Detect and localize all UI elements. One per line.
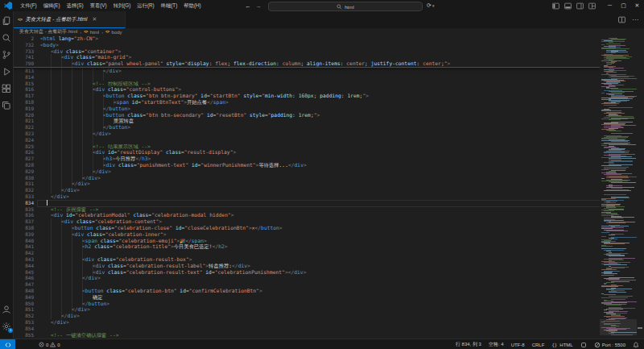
code-line[interactable]: 821重置转盘 [13,118,637,124]
code-line[interactable]: 825<!-- 结果展示区域 --> [13,143,637,150]
code-line[interactable]: 822</button> [13,124,637,131]
files-icon[interactable] [2,16,11,26]
minimap-line [604,190,631,191]
launch-config-button[interactable]: ⟳▾ [427,1,434,10]
sticky-code-line[interactable]: 790<div class="panel wheel-panel" style=… [13,60,637,67]
toggle-secondary-sidebar-icon[interactable] [576,2,584,10]
code-line[interactable]: 851</div> [13,306,637,313]
search-icon[interactable] [2,33,11,43]
code-line[interactable]: 813</div> [13,68,637,74]
remote-indicator[interactable] [0,339,15,349]
code-line[interactable]: 836<div id="celebrationModal" class="cel… [13,212,637,218]
more-actions-icon[interactable]: ⋯ [632,16,639,23]
code-line[interactable]: 830</div> [13,175,637,181]
code-line[interactable]: 846</div> [13,275,637,281]
code-line[interactable]: 831</div> [13,181,637,187]
code-line[interactable]: 840<span class="celebration-emoji">🎉</sp… [13,238,637,244]
split-editor-icon[interactable] [618,16,625,23]
breadcrumb-item-html[interactable]: html [90,30,99,35]
source-control-icon[interactable] [2,50,11,60]
code-line[interactable]: 832</div> [13,187,637,193]
code-line[interactable]: 828<div class="punishment-text" id="winn… [13,162,637,168]
status-item-eol[interactable]: CRLF [532,343,545,347]
code-line[interactable]: 826<div id="resultDisplay" class="result… [13,149,637,156]
code-line[interactable]: 847 [13,281,637,288]
menu-item-6[interactable]: 终端(T) [158,0,181,11]
scrollbar[interactable] [637,35,644,337]
breadcrumb-file[interactable]: 美食大转盘 - 点餐助手.html [19,28,77,35]
code-line[interactable]: 855<!-- 一键清空确认弹窗 --> [13,332,637,339]
code-line[interactable]: 834 [13,200,637,206]
code-line[interactable]: 845<div class="celebration-result-text" … [13,269,637,276]
open-editors-icon[interactable] [2,101,11,110]
status-item-language-mode[interactable]: {}HTML [551,342,572,348]
menu-item-2[interactable]: 选择(S) [64,0,87,11]
code-editor[interactable]: 813</div>814815<!-- 控制按钮区域 -->816<div cl… [0,35,644,339]
code-line[interactable]: 842 [13,250,637,256]
sticky-code-line[interactable]: 741<div class="main-grid"> [13,54,637,60]
editor-tab[interactable]: <> 美食大转盘 - 点餐助手.html ✕ [13,11,126,28]
code-line[interactable]: 838<button class="celebration-close" id=… [13,225,637,231]
code-line[interactable]: 837<div class="celebration-content"> [13,218,637,225]
code-line[interactable]: 833</div> [13,193,637,200]
tab-close-icon[interactable]: ✕ [92,16,97,23]
minimap-line [606,72,617,73]
minimap-slider[interactable] [600,319,637,335]
code-line[interactable]: 820<button class="btn btn-secondary" id=… [13,112,637,118]
menu-item-0[interactable]: 文件(F) [17,0,40,11]
breadcrumb[interactable]: 美食大转盘 - 点餐助手.html ›<>html›<>body [13,28,607,35]
breadcrumb-item-body[interactable]: body [112,30,122,35]
toggle-sidebar-icon[interactable] [552,2,559,10]
code-line[interactable]: 819</button> [13,106,637,112]
code-line[interactable]: 818<span id="startBtnText">开始点餐</span> [13,99,637,106]
status-item-live-server-port[interactable]: Port : 5500 [594,342,625,348]
settings-gear-icon[interactable]: 1 [2,322,11,331]
extensions-icon[interactable] [2,84,11,93]
code-line[interactable]: 854 [13,326,637,332]
menu-item-5[interactable]: 运行(R) [134,0,157,11]
minimize-button[interactable]: ─ [603,0,617,11]
problems-indicator[interactable]: 0 0 [39,339,60,349]
code-line[interactable]: 814 [13,74,637,81]
code-line[interactable]: 853</div> [13,319,637,326]
code-line[interactable]: 827<h3>今日推荐</h3> [13,156,637,162]
menu-item-1[interactable]: 编辑(E) [40,0,64,11]
status-item-cursor-position[interactable]: 行 834, 列 3 [456,341,481,348]
code-line[interactable]: 829</div> [13,168,637,175]
command-center[interactable]: html [268,2,423,11]
menu-item-3[interactable]: 查看(V) [87,0,110,11]
status-item-notifications[interactable] [633,342,639,348]
code-text: 重置转盘 [114,118,134,124]
menu-item-4[interactable]: 转到(G) [110,0,134,11]
sticky-code-line[interactable]: 733<div class="container"> [13,48,637,55]
status-item-indentation[interactable]: 空格: 4 [489,341,504,348]
code-line[interactable]: 844<div class="celebration-result-label"… [13,263,637,269]
code-line[interactable]: 817<button class="btn btn-primary" id="s… [13,93,637,99]
close-window-button[interactable]: ✕ [630,0,644,11]
sticky-code-line[interactable]: 2<html lang="zh-CN"> [13,35,637,42]
status-item-encoding[interactable]: UTF-8 [511,343,525,347]
code-line[interactable]: 815<!-- 控制按钮区域 --> [13,81,637,87]
toggle-panel-icon[interactable] [564,2,572,10]
customize-layout-icon[interactable] [588,2,596,10]
sticky-code-line[interactable]: 732<body> [13,42,637,48]
back-icon[interactable]: ← [245,2,251,10]
code-line[interactable]: 816<div class="control-buttons"> [13,86,637,93]
code-line[interactable]: 852</div> [13,313,637,319]
code-line[interactable]: 835<!-- 庆祝弹窗 --> [13,206,637,213]
code-line[interactable]: 841<h2 class="celebration-title">今日美食已选定… [13,243,637,250]
run-debug-icon[interactable] [2,67,11,77]
code-line[interactable]: 839<div class="celebration-inner"> [13,231,637,238]
code-line[interactable]: 849确定 [13,294,637,301]
account-icon[interactable] [2,305,11,314]
code-line[interactable]: 823</div> [13,131,637,137]
status-item-formatter-status[interactable] [580,342,587,348]
code-line[interactable]: 843<div class="celebration-result-box"> [13,256,637,263]
minimap[interactable] [600,35,637,337]
menu-item-7[interactable]: 帮助(H) [180,0,204,11]
code-line[interactable]: 824 [13,137,637,143]
forward-icon[interactable]: → [256,2,262,10]
maximize-button[interactable]: ▢ [617,0,630,11]
code-line[interactable]: 850</button> [13,301,637,307]
code-line[interactable]: 848<button class="celebration-btn" id="c… [13,288,637,294]
